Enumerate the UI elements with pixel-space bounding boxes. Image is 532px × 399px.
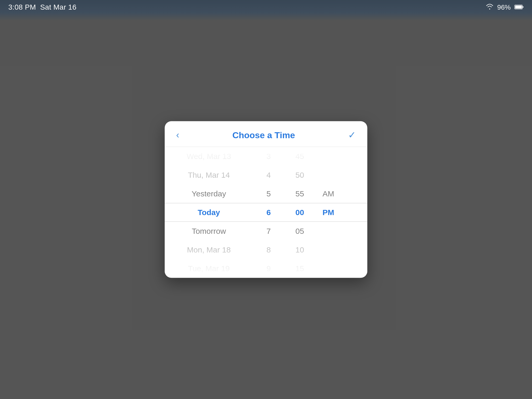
picker-row-2[interactable]: Yesterday 5 55 AM — [165, 184, 367, 203]
picker-row-6[interactable]: Tue, Mar 19 9 15 — [165, 259, 367, 278]
picker-date-4: Tomorrow — [165, 227, 253, 236]
battery-percent: 96% — [497, 3, 511, 11]
picker-min-1: 50 — [284, 171, 315, 179]
wifi-icon — [486, 3, 494, 11]
dialog-title: Choose a Time — [181, 130, 346, 140]
picker-row-4[interactable]: Tomorrow 7 05 — [165, 222, 367, 241]
picker-hour-5: 8 — [253, 245, 284, 254]
picker-row-1[interactable]: Thu, Mar 14 4 50 — [165, 166, 367, 184]
battery-icon — [514, 3, 524, 11]
picker-min-0: 45 — [284, 152, 315, 161]
svg-rect-1 — [515, 5, 522, 9]
picker-date-5: Mon, Mar 18 — [165, 245, 253, 254]
picker-min-selected: 00 — [284, 208, 315, 217]
picker-hour-0: 3 — [253, 152, 284, 161]
picker-hour-6: 9 — [253, 264, 284, 273]
picker-min-4: 05 — [284, 227, 315, 236]
status-time: 3:08 PM — [8, 3, 36, 11]
picker-date-selected: Today — [165, 208, 253, 217]
picker-date-1: Thu, Mar 14 — [165, 171, 253, 179]
picker-min-5: 10 — [284, 245, 315, 254]
back-button[interactable]: ‹ — [174, 129, 181, 141]
svg-rect-2 — [522, 6, 523, 8]
picker-date-6: Tue, Mar 19 — [165, 264, 253, 273]
picker-hour-selected: 6 — [253, 208, 284, 217]
picker-date-2: Yesterday — [165, 189, 253, 198]
picker-ampm-2: AM — [315, 189, 341, 198]
picker-hour-2: 5 — [253, 189, 284, 198]
picker-ampm-selected: PM — [315, 208, 341, 217]
picker-min-2: 55 — [284, 189, 315, 198]
picker-row-0[interactable]: Wed, Mar 13 3 45 — [165, 147, 367, 166]
picker-date-0: Wed, Mar 13 — [165, 152, 253, 161]
picker-row-selected[interactable]: Today 6 00 PM — [165, 203, 367, 222]
picker-rows: Wed, Mar 13 3 45 Thu, Mar 14 4 50 Yester… — [165, 147, 367, 278]
time-picker-body[interactable]: Wed, Mar 13 3 45 Thu, Mar 14 4 50 Yester… — [165, 147, 367, 278]
confirm-button[interactable]: ✓ — [346, 129, 358, 142]
picker-row-5[interactable]: Mon, Mar 18 8 10 — [165, 241, 367, 259]
status-date: Sat Mar 16 — [40, 3, 76, 11]
dialog-header: ‹ Choose a Time ✓ — [165, 121, 367, 147]
picker-hour-4: 7 — [253, 227, 284, 236]
status-bar: 3:08 PM Sat Mar 16 96% — [0, 0, 532, 15]
picker-hour-1: 4 — [253, 171, 284, 179]
picker-min-6: 15 — [284, 264, 315, 273]
time-picker-dialog: ‹ Choose a Time ✓ Wed, Mar 13 3 45 Thu, … — [165, 121, 367, 278]
